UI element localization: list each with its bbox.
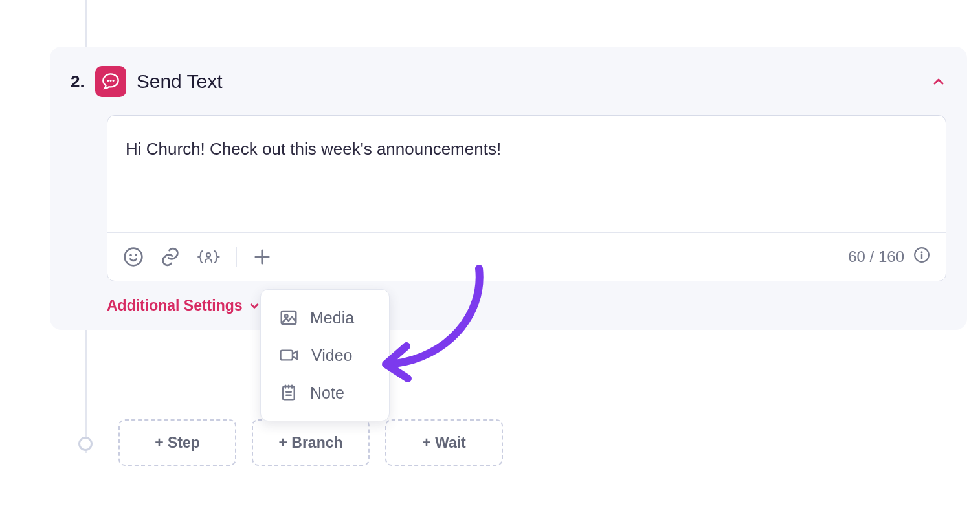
chevron-down-icon bbox=[248, 300, 261, 312]
add-menu-popover: Media Video Note bbox=[260, 289, 390, 421]
editor-toolbar: 60 / 160 bbox=[107, 232, 946, 281]
svg-rect-11 bbox=[280, 351, 292, 360]
svg-point-6 bbox=[206, 253, 210, 257]
note-icon bbox=[279, 383, 298, 402]
svg-point-1 bbox=[109, 80, 111, 82]
add-step-button[interactable]: + Step bbox=[118, 419, 236, 466]
step-title: Send Text bbox=[137, 71, 920, 93]
svg-point-3 bbox=[125, 248, 142, 266]
message-editor: Hi Church! Check out this week's announc… bbox=[107, 115, 946, 281]
char-count-value: 60 / 160 bbox=[848, 248, 904, 266]
emoji-button[interactable] bbox=[123, 247, 144, 267]
workflow-step-card: 2. Send Text Hi Church! Check out this w… bbox=[50, 47, 967, 330]
add-menu-media-label: Media bbox=[310, 309, 354, 327]
merge-tag-button[interactable] bbox=[197, 247, 220, 267]
svg-point-8 bbox=[920, 251, 922, 253]
info-icon[interactable] bbox=[913, 247, 930, 267]
toolbar-divider bbox=[236, 247, 237, 267]
workflow-actions-row: + Step + Branch + Wait bbox=[118, 419, 503, 466]
add-menu-media[interactable]: Media bbox=[261, 299, 389, 336]
additional-settings-toggle[interactable]: Additional Settings bbox=[107, 297, 261, 314]
card-header[interactable]: 2. Send Text bbox=[71, 66, 946, 97]
additional-settings-label: Additional Settings bbox=[107, 297, 243, 314]
add-branch-button[interactable]: + Branch bbox=[252, 419, 370, 466]
add-menu-note[interactable]: Note bbox=[261, 374, 389, 411]
add-button[interactable] bbox=[252, 247, 272, 267]
add-wait-button[interactable]: + Wait bbox=[385, 419, 503, 466]
link-button[interactable] bbox=[159, 246, 181, 268]
video-icon bbox=[279, 345, 300, 365]
svg-point-2 bbox=[112, 80, 114, 82]
message-textarea[interactable]: Hi Church! Check out this week's announc… bbox=[107, 116, 946, 232]
svg-point-4 bbox=[129, 254, 131, 256]
add-menu-video[interactable]: Video bbox=[261, 336, 389, 374]
image-icon bbox=[279, 308, 298, 327]
step-number: 2. bbox=[71, 72, 85, 92]
char-counter: 60 / 160 bbox=[848, 247, 930, 267]
svg-point-0 bbox=[107, 80, 109, 82]
collapse-toggle[interactable] bbox=[931, 74, 946, 89]
sms-icon bbox=[95, 66, 126, 97]
add-menu-note-label: Note bbox=[310, 384, 344, 402]
svg-point-10 bbox=[285, 314, 288, 318]
add-menu-video-label: Video bbox=[311, 346, 353, 365]
svg-point-5 bbox=[135, 254, 137, 256]
timeline-node bbox=[78, 437, 93, 451]
